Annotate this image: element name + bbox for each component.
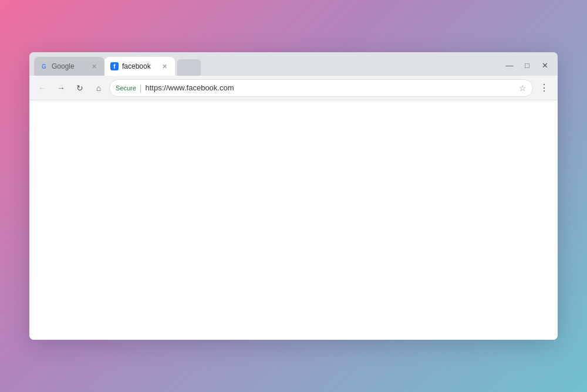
tab-google[interactable]: G Google ✕ bbox=[34, 57, 104, 76]
secure-badge: Secure bbox=[116, 85, 136, 92]
back-button[interactable]: ← bbox=[34, 80, 50, 96]
address-bar[interactable]: Secure | https://www.facebook.com ☆ bbox=[109, 79, 533, 97]
facebook-favicon-icon: f bbox=[110, 62, 119, 70]
address-bar-row: ← → ↻ ⌂ Secure | https://www.facebook.co… bbox=[29, 76, 558, 100]
tab-facebook[interactable]: f facebook ✕ bbox=[104, 57, 175, 76]
minimize-button[interactable]: — bbox=[501, 57, 518, 73]
maximize-button[interactable]: □ bbox=[519, 57, 535, 73]
tab-facebook-close[interactable]: ✕ bbox=[160, 62, 169, 71]
bookmark-star-icon[interactable]: ☆ bbox=[519, 83, 527, 93]
browser-window: G Google ✕ f facebook ✕ — □ ✕ ← → ↻ ⌂ Se… bbox=[29, 52, 558, 340]
google-favicon-icon: G bbox=[40, 62, 48, 70]
page-content bbox=[29, 100, 558, 340]
tab-bar: G Google ✕ f facebook ✕ — □ ✕ bbox=[29, 52, 558, 76]
tab-facebook-label: facebook bbox=[122, 62, 156, 70]
more-options-button[interactable]: ⋮ bbox=[535, 79, 553, 97]
reload-button[interactable]: ↻ bbox=[72, 80, 88, 96]
window-controls: — □ ✕ bbox=[501, 57, 558, 76]
close-button[interactable]: ✕ bbox=[537, 57, 553, 73]
toolbar-right: ⋮ bbox=[535, 79, 553, 97]
tab-google-close[interactable]: ✕ bbox=[89, 62, 99, 71]
new-tab-placeholder bbox=[177, 59, 201, 76]
home-button[interactable]: ⌂ bbox=[90, 80, 107, 96]
tab-google-label: Google bbox=[52, 62, 86, 70]
forward-button[interactable]: → bbox=[53, 80, 69, 96]
address-separator: | bbox=[140, 83, 142, 93]
address-url: https://www.facebook.com bbox=[146, 83, 516, 92]
